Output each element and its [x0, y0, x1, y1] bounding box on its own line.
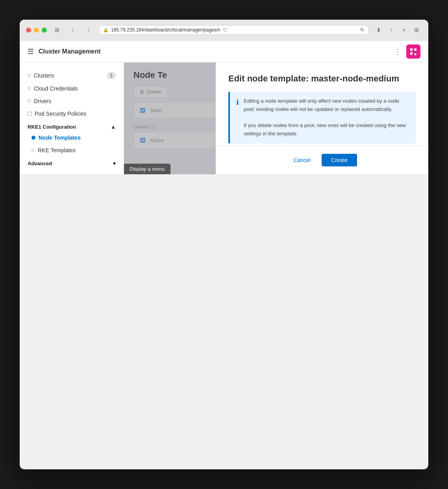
sidebar-item-clusters[interactable]: Clusters 1 [20, 69, 124, 82]
close-button[interactable] [26, 28, 31, 33]
node-templates-label: Node Templates [39, 135, 81, 141]
back-button[interactable]: ‹ [67, 24, 78, 35]
forward-button[interactable]: › [83, 24, 94, 35]
minimize-button[interactable] [34, 28, 39, 33]
content-area: Node Te ✦ Add Template 🗑 Delete State Ow… [124, 63, 428, 174]
advanced-chevron-icon: ▾ [113, 161, 116, 166]
rke-templates-label: RKE Templates [38, 147, 76, 153]
drivers-label: Drivers [34, 98, 51, 104]
sidebar: Clusters 1 Cloud Credentials Drivers [20, 63, 124, 174]
cancel-button[interactable]: Cancel [287, 154, 317, 166]
node-templates-icon [31, 136, 35, 140]
panel-footer: Cancel Create [216, 146, 428, 174]
maximize-button[interactable] [42, 28, 47, 33]
header-more-icon[interactable]: ⋮ [394, 47, 402, 56]
sidebar-item-rke-templates[interactable]: RKE Templates [24, 144, 124, 157]
rke1-chevron-icon: ▲ [111, 124, 116, 130]
info-box: ℹ Editing a node template will only affe… [228, 92, 416, 144]
info-icon: ℹ [236, 98, 239, 107]
rke-templates-icon [31, 149, 35, 152]
grid-icon[interactable]: ⊞ [411, 24, 422, 35]
cloud-credentials-icon [28, 87, 31, 90]
brand-logo [406, 44, 420, 59]
download-icon[interactable]: ⬇ [373, 24, 384, 35]
address-text: 185.79.235.184/dashboard/c/local/manager… [111, 27, 220, 33]
modal-overlay: Edit node template: master-node-medium ℹ… [124, 63, 428, 174]
display-menu-bar[interactable]: Display a menu [124, 164, 170, 174]
add-tab-button[interactable]: + [398, 24, 409, 35]
clusters-label: Clusters [34, 72, 54, 79]
drivers-icon [28, 100, 31, 103]
sidebar-item-node-templates[interactable]: Node Templates [24, 131, 124, 144]
advanced-label: Advanced [28, 161, 52, 166]
sidebar-item-cloud-credentials[interactable]: Cloud Credentials [20, 82, 124, 95]
display-menu-label: Display a menu [130, 166, 165, 172]
edit-panel: Edit node template: master-node-medium ℹ… [216, 63, 428, 174]
reload-icon: ↻ [360, 27, 364, 33]
pod-security-label: Pod Security Policies [35, 111, 87, 117]
sidebar-item-drivers[interactable]: Drivers [20, 95, 124, 107]
info-text: Editing a node template will only affect… [244, 97, 409, 138]
cloud-credentials-label: Cloud Credentials [34, 85, 78, 92]
sidebar-section-rke1[interactable]: RKE1 Configuration ▲ [20, 120, 124, 131]
app-title: Cluster Management [39, 48, 100, 55]
share-icon[interactable]: ↑ [386, 24, 397, 35]
clusters-icon [28, 74, 31, 77]
traffic-lights [26, 28, 47, 33]
app-header: ☰ Cluster Management ⋮ [20, 41, 428, 63]
lock-icon: 🔒 [103, 28, 109, 33]
create-button[interactable]: Create [322, 154, 357, 166]
address-bar[interactable]: 🔒 185.79.235.184/dashboard/c/local/manag… [99, 25, 368, 35]
sidebar-toggle-browser[interactable]: ⊞ [52, 24, 63, 35]
sidebar-item-pod-security[interactable]: Pod Security Policies [20, 107, 124, 120]
pod-security-icon [28, 112, 31, 116]
rke1-section-label: RKE1 Configuration [28, 124, 76, 130]
edit-panel-title: Edit node template: master-node-medium [228, 74, 416, 84]
hamburger-icon[interactable]: ☰ [28, 47, 34, 56]
sidebar-section-advanced[interactable]: Advanced ▾ [20, 157, 124, 168]
shield-icon: 🛡 [223, 28, 227, 32]
clusters-badge: 1 [107, 72, 116, 79]
